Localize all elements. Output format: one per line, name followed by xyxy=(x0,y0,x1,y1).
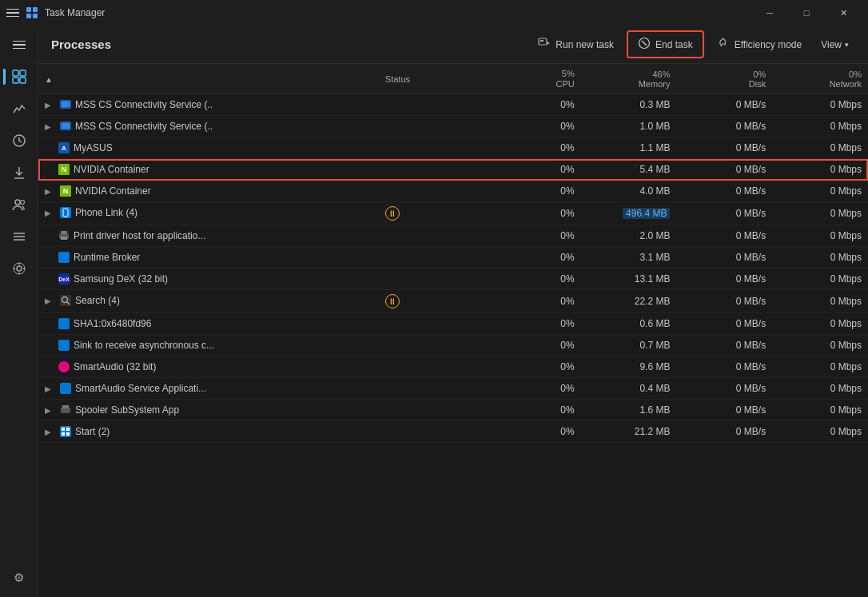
table-row[interactable]: ▶Spooler SubSystem App0%1.6 MB0 MB/s0 Mb… xyxy=(38,400,868,421)
process-icon: N xyxy=(59,185,72,197)
run-new-task-button[interactable]: Run new task xyxy=(528,32,623,57)
process-icon: DeX xyxy=(58,273,70,285)
svg-rect-3 xyxy=(33,14,38,18)
process-disk-cell: 0 MB/s xyxy=(676,356,772,378)
process-disk-cell: 0 MB/s xyxy=(676,269,772,290)
status-label: Status xyxy=(385,74,410,84)
process-disk-cell: 0 MB/s xyxy=(676,247,772,269)
sidebar-item-settings[interactable]: ⚙ xyxy=(3,562,35,594)
minimize-button[interactable]: ─ xyxy=(751,0,788,26)
pause-status-icon: ⏸ xyxy=(385,206,400,221)
svg-rect-2 xyxy=(26,14,31,18)
sidebar-item-startup[interactable] xyxy=(3,157,35,189)
process-name-cell: Print driver host for applicatio... xyxy=(38,225,379,246)
table-row[interactable]: SHA1:0x6480fd960%0.6 MB0 MB/s0 Mbps xyxy=(38,313,868,335)
process-icon: / xyxy=(58,360,70,373)
expand-arrow-icon[interactable]: ▶ xyxy=(45,122,54,131)
column-header-name[interactable]: ▲ xyxy=(38,64,379,94)
process-memory-cell: 22.2 MB xyxy=(581,290,677,313)
efficiency-mode-button[interactable]: Efficiency mode xyxy=(707,32,812,57)
table-header-row: ▲ Status 5% CPU 46% Memory xyxy=(38,64,868,94)
expand-arrow-icon[interactable]: ▶ xyxy=(45,187,54,196)
process-status-cell: ⏸ xyxy=(379,202,507,225)
window-title: Task Manager xyxy=(45,7,105,18)
sidebar-item-app-history[interactable] xyxy=(3,125,35,157)
table-row[interactable]: ▶MSS CS Connectivity Service (..0%1.0 MB… xyxy=(38,116,868,137)
sidebar-bottom: ⚙ xyxy=(3,562,35,594)
table-row[interactable]: ▶SmartAudio Service Applicati...0%0.4 MB… xyxy=(38,378,868,400)
close-button[interactable]: ✕ xyxy=(825,0,862,26)
table-row[interactable]: ▶Search (4)⏸0%22.2 MB0 MB/s0 Mbps xyxy=(38,290,868,313)
table-row[interactable]: NNVIDIA Container0%5.4 MB0 MB/s0 Mbps xyxy=(38,159,868,181)
table-row[interactable]: ▶Phone Link (4)⏸0%496.4 MB0 MB/s0 Mbps xyxy=(38,202,868,225)
page-title: Processes xyxy=(51,38,525,51)
expand-arrow-icon[interactable]: ▶ xyxy=(45,384,54,393)
cpu-pct: 5% xyxy=(562,69,575,78)
disk-pct: 0% xyxy=(753,70,766,79)
column-header-disk[interactable]: 0% Disk xyxy=(676,64,772,94)
sidebar-item-performance[interactable] xyxy=(3,93,35,125)
sidebar-item-services[interactable] xyxy=(3,253,35,285)
expand-arrow-icon[interactable]: ▶ xyxy=(45,428,54,436)
process-memory-cell: 4.0 MB xyxy=(581,181,677,202)
process-name-label: Samsung DeX (32 bit) xyxy=(74,273,168,285)
sidebar-item-users[interactable] xyxy=(3,189,35,221)
column-header-network[interactable]: 0% Network xyxy=(772,64,868,94)
process-cpu-cell: 0% xyxy=(507,421,581,443)
process-icon: A xyxy=(58,141,70,154)
table-row[interactable]: Sink to receive asynchronous c...0%0.7 M… xyxy=(38,335,868,356)
sidebar-item-processes[interactable] xyxy=(3,61,35,93)
maximize-button[interactable]: □ xyxy=(788,0,825,26)
table-row[interactable]: Runtime Broker0%3.1 MB0 MB/s0 Mbps xyxy=(38,247,868,269)
view-menu-button[interactable]: View ▾ xyxy=(814,34,855,55)
mem-label: Memory xyxy=(639,79,671,89)
svg-rect-40 xyxy=(58,252,70,263)
sidebar-item-details[interactable] xyxy=(3,221,35,253)
hamburger-menu-icon[interactable] xyxy=(6,6,19,19)
process-memory-cell: 21.2 MB xyxy=(581,421,677,443)
table-row[interactable]: ▶Start (2)0%21.2 MB0 MB/s0 Mbps xyxy=(38,421,868,443)
svg-rect-5 xyxy=(20,70,26,76)
view-label: View xyxy=(821,39,842,50)
table-row[interactable]: ▶MSS CS Connectivity Service (..0%0.3 MB… xyxy=(38,94,868,116)
process-cpu-cell: 0% xyxy=(507,247,581,269)
run-new-task-label: Run new task xyxy=(555,39,614,50)
process-table-container[interactable]: ▲ Status 5% CPU 46% Memory xyxy=(38,64,868,597)
column-header-status[interactable]: Status xyxy=(379,64,507,94)
process-network-cell: 0 Mbps xyxy=(772,116,868,137)
table-row[interactable]: DeXSamsung DeX (32 bit)0%13.1 MB0 MB/s0 … xyxy=(38,269,868,290)
expand-arrow-icon[interactable]: ▶ xyxy=(45,101,54,109)
process-status-cell xyxy=(379,269,507,290)
expand-arrow-icon[interactable]: ▶ xyxy=(45,209,54,217)
process-name-label: MSS CS Connectivity Service (.. xyxy=(75,121,213,132)
run-task-icon xyxy=(538,37,551,52)
column-header-memory[interactable]: 46% Memory xyxy=(581,64,677,94)
expand-arrow-icon[interactable]: ▶ xyxy=(45,406,54,415)
table-row[interactable]: Print driver host for applicatio...0%2.0… xyxy=(38,225,868,247)
table-row[interactable]: AMyASUS0%1.1 MB0 MB/s0 Mbps xyxy=(38,137,868,159)
process-cpu-cell: 0% xyxy=(507,378,581,400)
titlebar-left: Task Manager xyxy=(6,6,105,19)
expand-arrow-icon[interactable]: ▶ xyxy=(45,297,54,305)
process-name-label: Sink to receive asynchronous c... xyxy=(74,340,214,351)
column-header-cpu[interactable]: 5% CPU xyxy=(507,64,581,94)
process-name-cell: SHA1:0x6480fd96 xyxy=(38,313,379,334)
process-network-cell: 0 Mbps xyxy=(772,421,868,443)
process-disk-cell: 0 MB/s xyxy=(676,225,772,247)
table-row[interactable]: ▶NNVIDIA Container0%4.0 MB0 MB/s0 Mbps xyxy=(38,181,868,202)
process-cpu-cell: 0% xyxy=(507,335,581,356)
end-task-label: End task xyxy=(655,39,693,50)
process-memory-cell: 496.4 MB xyxy=(581,202,677,225)
process-status-cell: ⏸ xyxy=(379,290,507,313)
table-row[interactable]: /SmartAudio (32 bit)0%9.6 MB0 MB/s0 Mbps xyxy=(38,356,868,378)
sidebar-item-menu[interactable] xyxy=(3,29,35,61)
process-status-cell xyxy=(379,335,507,356)
end-task-button[interactable]: End task xyxy=(627,30,704,58)
svg-rect-47 xyxy=(58,340,70,351)
process-name-cell: ▶MSS CS Connectivity Service (.. xyxy=(38,116,379,137)
process-disk-cell: 0 MB/s xyxy=(676,159,772,181)
process-cpu-cell: 0% xyxy=(507,225,581,247)
memory-highlight-value: 496.4 MB xyxy=(623,208,670,219)
net-pct: 0% xyxy=(849,70,862,79)
process-icon xyxy=(59,382,72,395)
